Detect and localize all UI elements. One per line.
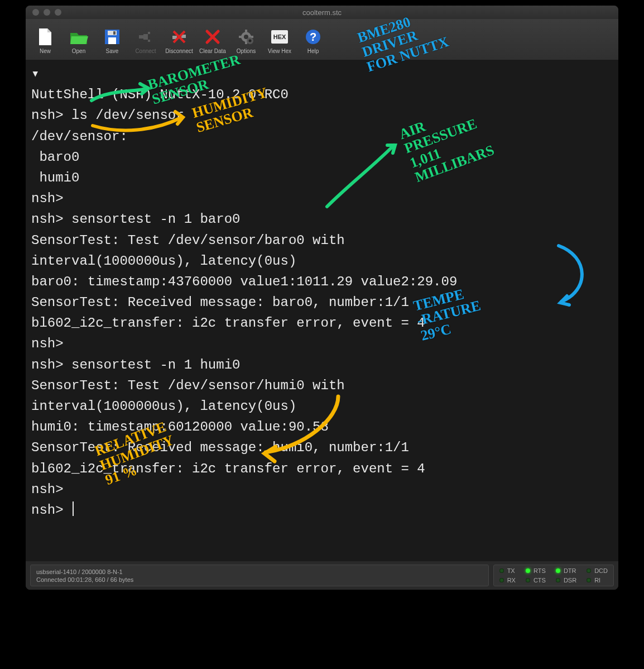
terminal-output[interactable]: ▾ NuttShell (NSH) NuttX-10.2.0-RC0 nsh> … <box>26 60 618 561</box>
help-icon: ? <box>303 27 323 47</box>
status-port-line: usbserial-1410 / 2000000 8-N-1 <box>36 568 483 575</box>
minimize-window-button[interactable] <box>44 9 50 16</box>
options-button[interactable]: Options <box>230 22 262 59</box>
floppy-disk-icon <box>102 27 122 47</box>
led-indicator <box>526 568 530 573</box>
hex-icon: HEX <box>270 27 290 47</box>
disconnect-icon <box>169 27 189 47</box>
titlebar: coolterm.stc <box>26 6 618 19</box>
plug-icon <box>136 27 156 47</box>
toolbar-label: Options <box>237 48 256 54</box>
toolbar-label: Save <box>106 48 119 54</box>
help-button[interactable]: ? Help <box>297 22 329 59</box>
led-label: DSR <box>564 577 576 584</box>
window-title: coolterm.stc <box>26 8 618 17</box>
gear-icon <box>236 27 256 47</box>
close-window-button[interactable] <box>32 9 39 16</box>
traffic-lights <box>26 9 61 16</box>
toolbar-label: Help <box>307 48 319 54</box>
connect-button[interactable]: Connect <box>129 22 162 59</box>
svg-rect-8 <box>239 36 242 38</box>
toolbar: New Open Save Connect Disconnect <box>26 19 618 60</box>
save-button[interactable]: Save <box>96 22 128 59</box>
led-indicator <box>556 568 560 573</box>
toolbar-label: View Hex <box>268 48 291 54</box>
svg-text:?: ? <box>310 31 316 43</box>
led-indicator <box>587 578 591 582</box>
status-leds: TXRTSDTRDCDRXCTSDSRRI <box>493 565 614 586</box>
toolbar-label: Open <box>72 48 85 54</box>
statusbar: usbserial-1410 / 2000000 8-N-1 Connected… <box>26 561 618 590</box>
led-label: TX <box>507 567 515 574</box>
svg-point-11 <box>249 40 252 42</box>
open-button[interactable]: Open <box>63 22 95 59</box>
led-indicator <box>526 578 530 582</box>
clear-data-button[interactable]: Clear Data <box>196 22 229 59</box>
led-label: RX <box>507 577 516 584</box>
led-rx: RX <box>499 577 516 584</box>
led-dcd: DCD <box>587 567 608 574</box>
led-indicator <box>499 578 504 582</box>
led-label: RTS <box>534 567 546 574</box>
led-label: DTR <box>564 567 576 574</box>
svg-rect-3 <box>113 31 116 35</box>
disconnect-button[interactable]: Disconnect <box>163 22 195 59</box>
led-indicator <box>499 568 504 573</box>
status-connection-info: usbserial-1410 / 2000000 8-N-1 Connected… <box>30 565 489 586</box>
folder-open-icon <box>69 27 89 47</box>
view-hex-button[interactable]: HEX View Hex <box>263 22 296 59</box>
status-connected-line: Connected 00:01:28, 660 / 66 bytes <box>36 576 483 583</box>
led-tx: TX <box>499 567 516 574</box>
led-dsr: DSR <box>556 577 576 584</box>
led-label: DCD <box>594 567 608 574</box>
toolbar-label: New <box>40 48 51 54</box>
led-label: RI <box>594 577 600 584</box>
zoom-window-button[interactable] <box>55 9 61 16</box>
toolbar-label: Connect <box>135 48 156 54</box>
led-indicator <box>556 578 560 582</box>
led-dtr: DTR <box>556 567 576 574</box>
x-icon <box>203 27 223 47</box>
new-button[interactable]: New <box>29 22 61 59</box>
led-indicator <box>587 568 591 573</box>
svg-rect-2 <box>108 37 116 44</box>
led-rts: RTS <box>526 567 546 574</box>
app-window: coolterm.stc New Open Save Connect <box>26 6 618 590</box>
led-label: CTS <box>534 577 546 584</box>
toolbar-label: Clear Data <box>199 48 226 54</box>
new-file-icon <box>35 27 55 47</box>
svg-rect-6 <box>245 30 247 33</box>
led-ri: RI <box>587 577 608 584</box>
toolbar-label: Disconnect <box>165 48 193 54</box>
led-cts: CTS <box>526 577 546 584</box>
